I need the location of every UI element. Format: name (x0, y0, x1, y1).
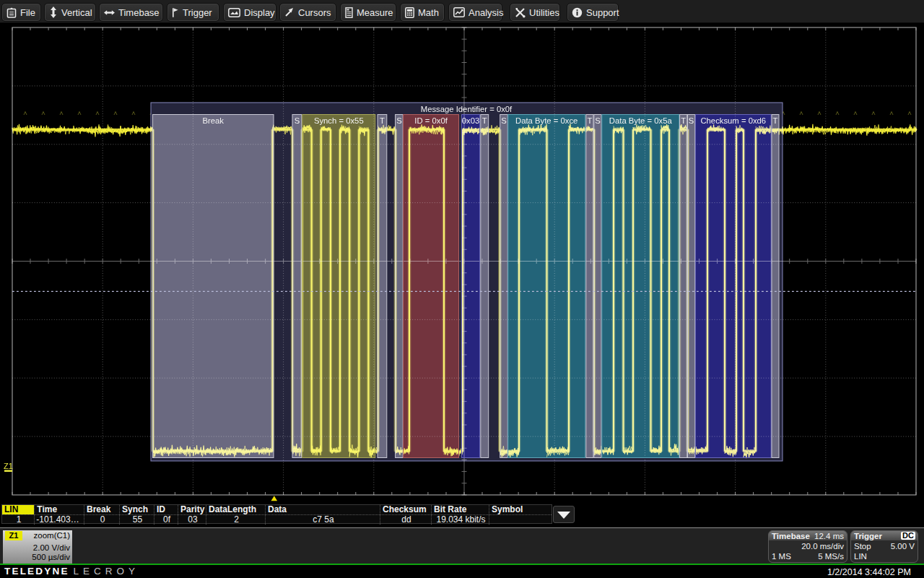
svg-text:Data Byte = 0xce: Data Byte = 0xce (515, 116, 578, 125)
svg-text:T: T (587, 116, 592, 125)
svg-text:T: T (681, 116, 686, 125)
svg-text:Message Identifier = 0x0f: Message Identifier = 0x0f (421, 105, 513, 113)
svg-text:S: S (595, 116, 601, 125)
svg-text:ID = 0x0f: ID = 0x0f (414, 116, 448, 125)
svg-text:S: S (396, 116, 402, 125)
svg-text:Z1: Z1 (4, 462, 13, 470)
svg-text:Data Byte = 0x5a: Data Byte = 0x5a (609, 116, 673, 125)
svg-text:S: S (501, 116, 507, 125)
svg-text:T: T (380, 116, 385, 125)
svg-text:T: T (482, 116, 487, 125)
svg-text:S: S (295, 116, 300, 125)
svg-text:T: T (773, 116, 778, 125)
svg-text:Checksum = 0xd6: Checksum = 0xd6 (700, 116, 766, 125)
svg-text:S: S (689, 116, 694, 125)
svg-text:0x03: 0x03 (462, 116, 480, 125)
svg-text:Synch = 0x55: Synch = 0x55 (314, 116, 364, 125)
svg-text:Break: Break (202, 116, 224, 125)
